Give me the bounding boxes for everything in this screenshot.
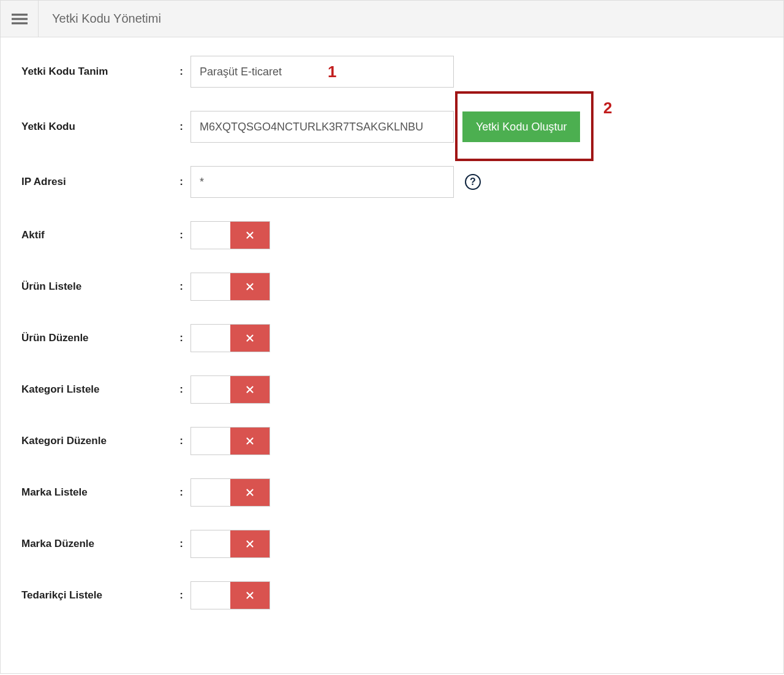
hamburger-icon — [12, 11, 28, 27]
page-title: Yetki Kodu Yönetimi — [39, 1, 175, 37]
toggle-label: Marka Düzenle — [21, 538, 94, 550]
toggle-on-side — [191, 376, 230, 403]
close-icon — [244, 384, 255, 395]
toggle-switch[interactable] — [190, 427, 270, 455]
toggle-off-side — [230, 530, 270, 557]
row-toggle: Marka Listele : — [21, 478, 763, 507]
toggle-label: Ürün Düzenle — [21, 332, 89, 344]
row-toggle: Kategori Listele : — [21, 375, 763, 404]
toggle-switch[interactable] — [190, 478, 270, 507]
row-toggle: Marka Düzenle : — [21, 530, 763, 558]
label-kod: Yetki Kodu — [21, 121, 75, 133]
toggle-label: Kategori Düzenle — [21, 435, 107, 447]
label-tanim: Yetki Kodu Tanim — [21, 66, 108, 78]
toggle-switch[interactable] — [190, 530, 270, 558]
toggle-on-side — [191, 273, 230, 300]
toggle-on-side — [191, 582, 230, 609]
row-toggle: Tedarikçi Listele : — [21, 581, 763, 609]
row-kod: Yetki Kodu : Yetki Kodu Oluştur 2 — [21, 111, 763, 143]
toggle-on-side — [191, 222, 230, 249]
svg-rect-2 — [12, 22, 28, 24]
generate-button[interactable]: Yetki Kodu Oluştur — [462, 111, 580, 142]
toggle-switch[interactable] — [190, 324, 270, 352]
label-ip: IP Adresi — [21, 176, 66, 188]
row-ip: IP Adresi : ? — [21, 166, 763, 198]
svg-rect-0 — [12, 13, 28, 15]
toggle-label: Kategori Listele — [21, 383, 100, 396]
toggle-on-side — [191, 530, 230, 557]
toggle-off-side — [230, 428, 270, 454]
toggle-label: Aktif — [21, 229, 45, 241]
toggle-switch[interactable] — [190, 273, 270, 301]
toggle-on-side — [191, 325, 230, 352]
annotation-2: 2 — [603, 99, 612, 118]
toggle-off-side — [230, 222, 270, 249]
close-icon — [244, 538, 255, 549]
row-toggle: Aktif : — [21, 221, 763, 249]
input-tanim[interactable] — [190, 56, 454, 88]
page-container: Yetki Kodu Yönetimi Yetki Kodu Tanim : 1… — [0, 0, 784, 674]
toggle-off-side — [230, 325, 270, 352]
toggle-label: Tedarikçi Listele — [21, 589, 102, 601]
toggle-off-side — [230, 376, 270, 403]
input-ip[interactable] — [190, 166, 454, 198]
row-toggle: Ürün Düzenle : — [21, 324, 763, 352]
toggle-off-side — [230, 273, 270, 300]
input-kod[interactable] — [190, 111, 454, 143]
close-icon — [244, 333, 255, 344]
close-icon — [244, 281, 255, 292]
toggle-on-side — [191, 428, 230, 454]
toggle-switch[interactable] — [190, 375, 270, 404]
form-content: Yetki Kodu Tanim : 1 Yetki Kodu : Yetki … — [1, 37, 783, 639]
row-tanim: Yetki Kodu Tanim : 1 — [21, 56, 763, 88]
toggle-switch[interactable] — [190, 221, 270, 249]
toggle-label: Marka Listele — [21, 486, 88, 499]
toggle-off-side — [230, 479, 270, 506]
close-icon — [244, 230, 255, 241]
row-toggle: Kategori Düzenle : — [21, 427, 763, 455]
row-toggle: Ürün Listele : — [21, 273, 763, 301]
toggle-on-side — [191, 479, 230, 506]
close-icon — [244, 487, 255, 498]
menu-button[interactable] — [1, 1, 39, 37]
toggle-off-side — [230, 582, 270, 609]
svg-rect-1 — [12, 18, 28, 20]
toggle-switch[interactable] — [190, 581, 270, 609]
help-icon[interactable]: ? — [465, 174, 481, 190]
close-icon — [244, 436, 255, 447]
page-header: Yetki Kodu Yönetimi — [1, 0, 783, 37]
toggle-label: Ürün Listele — [21, 281, 81, 293]
close-icon — [244, 590, 255, 601]
